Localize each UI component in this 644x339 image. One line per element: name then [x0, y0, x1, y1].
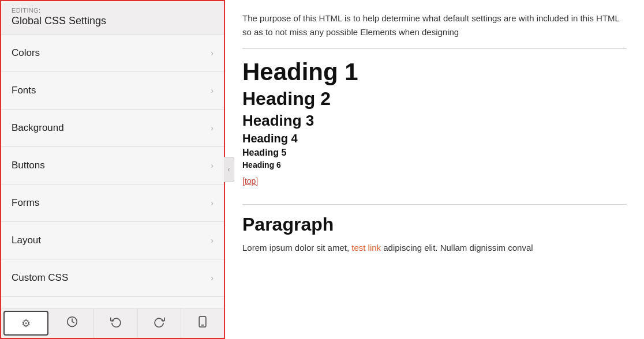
sidebar-item-custom-css-label: Custom CSS	[12, 272, 68, 284]
sidebar-item-layout-label: Layout	[12, 235, 41, 246]
heading-4: Heading 4	[242, 132, 627, 145]
intro-text: The purpose of this HTML is to help dete…	[242, 12, 627, 49]
sidebar-header: EDITING: Global CSS Settings	[1, 1, 224, 35]
paragraph-link[interactable]: test link	[351, 243, 381, 253]
paragraph-text: Lorem ipsum dolor sit amet, test link ad…	[242, 241, 627, 255]
sidebar-item-background-label: Background	[12, 122, 64, 134]
section-divider	[242, 204, 627, 205]
undo-button[interactable]	[94, 308, 137, 338]
chevron-right-icon: ›	[211, 198, 214, 208]
gear-icon: ⚙	[21, 317, 31, 330]
sidebar-item-fonts-label: Fonts	[12, 85, 36, 96]
chevron-right-icon: ›	[211, 48, 214, 58]
paragraph-section-heading: Paragraph	[242, 214, 627, 235]
redo-button[interactable]	[138, 308, 181, 338]
mobile-icon	[198, 316, 207, 330]
sidebar-item-buttons[interactable]: Buttons ›	[1, 147, 224, 184]
sidebar-item-custom-css[interactable]: Custom CSS ›	[1, 259, 224, 297]
sidebar-item-fonts[interactable]: Fonts ›	[1, 72, 224, 110]
heading-1: Heading 1	[242, 58, 627, 86]
sidebar-toolbar: ⚙	[1, 308, 224, 338]
sidebar-item-background[interactable]: Background ›	[1, 110, 224, 147]
history-button[interactable]	[51, 308, 94, 338]
mobile-preview-button[interactable]	[181, 308, 224, 338]
heading-2: Heading 2	[242, 88, 627, 110]
sidebar-items-list: Colors › Fonts › Background › Buttons › …	[1, 35, 224, 308]
sidebar-item-forms-label: Forms	[12, 197, 39, 209]
heading-3: Heading 3	[242, 112, 627, 130]
sidebar-item-colors-label: Colors	[12, 47, 40, 59]
sidebar-item-buttons-label: Buttons	[12, 160, 45, 171]
paragraph-text-before: Lorem ipsum dolor sit amet,	[242, 243, 349, 253]
chevron-right-icon: ›	[211, 273, 214, 282]
editing-label: EDITING:	[12, 7, 214, 14]
undo-icon	[110, 316, 122, 330]
chevron-right-icon: ›	[211, 86, 214, 95]
history-icon	[66, 316, 78, 330]
sidebar-item-colors[interactable]: Colors ›	[1, 35, 224, 72]
heading-5: Heading 5	[242, 148, 627, 158]
chevron-right-icon: ›	[211, 123, 214, 133]
heading-6: Heading 6	[242, 160, 627, 170]
chevron-right-icon: ›	[211, 236, 214, 245]
chevron-right-icon: ›	[211, 161, 214, 170]
chevron-left-icon: ‹	[228, 165, 230, 174]
main-content: The purpose of this HTML is to help dete…	[225, 0, 644, 339]
paragraph-text-after: adipiscing elit. Nullam dignissim conval	[383, 243, 533, 253]
settings-button[interactable]: ⚙	[3, 311, 48, 336]
sidebar-title: Global CSS Settings	[12, 15, 214, 27]
collapse-tab[interactable]: ‹	[224, 157, 234, 182]
sidebar-item-forms[interactable]: Forms ›	[1, 184, 224, 222]
top-link[interactable]: [top]	[242, 176, 258, 186]
sidebar-item-layout[interactable]: Layout ›	[1, 222, 224, 259]
sidebar: EDITING: Global CSS Settings Colors › Fo…	[0, 0, 225, 339]
redo-icon	[153, 316, 165, 330]
